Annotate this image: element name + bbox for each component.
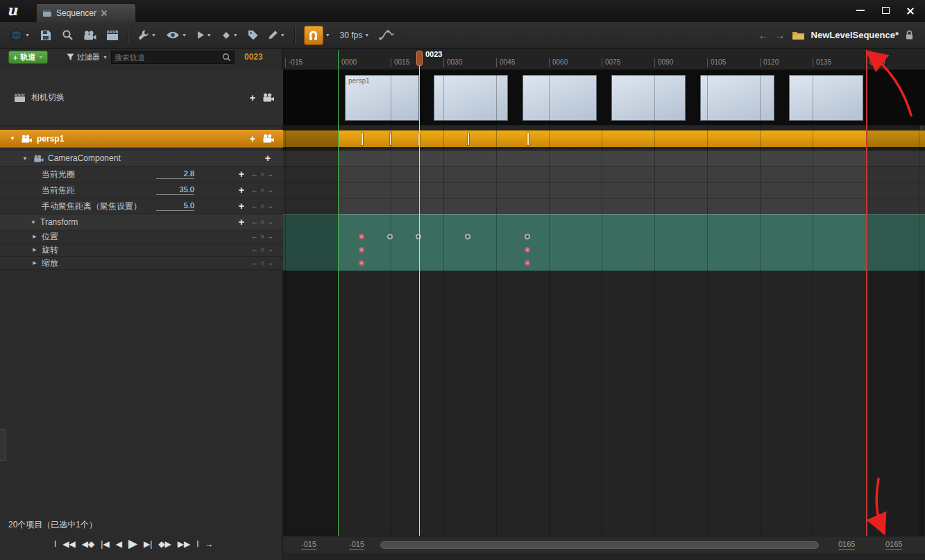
- add-key-circle-icon[interactable]: ○: [261, 260, 264, 266]
- camera-cut-thumbnail[interactable]: [611, 75, 686, 121]
- add-track-button[interactable]: + 轨道 ▼: [8, 51, 48, 64]
- timeline-body[interactable]: persp1: [283, 70, 925, 536]
- allow-edits-button[interactable]: ▼: [264, 25, 289, 46]
- transport-button[interactable]: ◀◆: [82, 539, 94, 549]
- track-row-scale[interactable]: ▶ 缩放 ← ○ →: [0, 257, 283, 270]
- keyframe-dot[interactable]: [525, 260, 530, 266]
- auto-key-button[interactable]: [244, 25, 262, 46]
- playback-options-button[interactable]: ▼: [192, 25, 216, 46]
- next-key-icon[interactable]: →: [267, 187, 273, 194]
- history-back-button[interactable]: ←: [758, 29, 769, 41]
- prev-key-icon[interactable]: ←: [252, 233, 258, 240]
- prev-key-icon[interactable]: ←: [252, 246, 258, 253]
- track-row-rotation[interactable]: ▶ 旋转 ← ○ →: [0, 244, 283, 257]
- transport-button[interactable]: →: [205, 539, 214, 549]
- prev-key-icon[interactable]: ←: [252, 171, 258, 178]
- camera-cut-thumbnail[interactable]: [523, 75, 597, 121]
- playhead-line[interactable]: [419, 54, 420, 536]
- add-section-icon[interactable]: +: [250, 93, 255, 103]
- next-key-icon[interactable]: →: [267, 203, 273, 210]
- add-key-circle-icon[interactable]: ○: [261, 219, 264, 226]
- snap-button[interactable]: ▼: [300, 25, 334, 46]
- next-key-icon[interactable]: →: [267, 171, 273, 178]
- save-button[interactable]: [35, 25, 56, 46]
- next-key-icon[interactable]: →: [267, 233, 273, 240]
- next-key-icon[interactable]: →: [267, 260, 273, 266]
- add-key-circle-icon[interactable]: ○: [261, 171, 264, 178]
- create-camera-button[interactable]: [79, 25, 101, 46]
- section-key-tick[interactable]: [468, 133, 469, 145]
- keyframe-dot[interactable]: [359, 260, 364, 266]
- filter-button[interactable]: 过滤器 ▼: [64, 51, 110, 64]
- property-value[interactable]: 5.0: [156, 201, 194, 211]
- prev-key-icon[interactable]: ←: [252, 187, 258, 194]
- track-row-transform[interactable]: ▼ Transform + ← ○ →: [0, 214, 283, 230]
- keyframe-dot[interactable]: [359, 234, 364, 239]
- search-tracks-input[interactable]: [114, 53, 222, 62]
- collapsed-panel-tab[interactable]: [0, 429, 6, 461]
- prev-key-icon[interactable]: ←: [252, 219, 258, 226]
- expander-icon[interactable]: ▼: [8, 135, 17, 142]
- transport-button[interactable]: ◀◀: [62, 539, 75, 549]
- track-row-camera-cuts[interactable]: 相机切换 +: [0, 70, 283, 126]
- section-key-tick[interactable]: [527, 133, 529, 145]
- lock-icon[interactable]: [905, 30, 914, 40]
- transport-button[interactable]: I: [196, 539, 198, 549]
- timeline-ruler[interactable]: 0023 -0150000001500300045006000750090010…: [283, 49, 925, 70]
- add-key-icon[interactable]: +: [239, 185, 244, 195]
- track-row-manual-focus-distance[interactable]: 手动聚焦距离（聚焦设置） 5.0 + ← ○ →: [0, 198, 283, 214]
- view-range-end[interactable]: 0165: [838, 540, 855, 550]
- camera-cut-thumbnail[interactable]: [700, 75, 774, 121]
- property-value[interactable]: 35.0: [156, 185, 194, 195]
- history-forward-button[interactable]: →: [775, 29, 786, 41]
- curve-editor-button[interactable]: [375, 25, 399, 46]
- add-track-icon[interactable]: +: [265, 153, 271, 163]
- transport-button[interactable]: ▶▶: [178, 539, 190, 549]
- tab-close-icon[interactable]: [101, 10, 108, 17]
- playhead-marker[interactable]: [416, 51, 423, 66]
- add-key-icon[interactable]: +: [239, 201, 244, 211]
- keyframe-dot[interactable]: [387, 234, 393, 239]
- expander-icon[interactable]: ▼: [29, 219, 37, 226]
- prev-key-icon[interactable]: ←: [252, 260, 258, 266]
- minimize-button[interactable]: [851, 4, 869, 17]
- track-row-camera-component[interactable]: ▼ CameraComponent +: [0, 151, 283, 167]
- track-row-location[interactable]: ▶ 位置 ← ○ →: [0, 230, 283, 244]
- maximize-button[interactable]: [876, 4, 894, 17]
- persp1-section-bar[interactable]: [283, 130, 925, 148]
- timeline-h-scrollbar[interactable]: [380, 541, 819, 549]
- keyframe-dot[interactable]: [416, 234, 421, 239]
- find-in-content-browser-button[interactable]: [58, 25, 78, 46]
- next-key-icon[interactable]: →: [267, 219, 273, 226]
- close-button[interactable]: [901, 4, 919, 17]
- track-row-persp1[interactable]: ▼ persp1 +: [0, 130, 283, 148]
- fps-dropdown[interactable]: 30 fps ▼: [336, 25, 374, 46]
- expander-icon[interactable]: ▶: [31, 234, 39, 239]
- camera-icon[interactable]: [262, 93, 275, 102]
- keyframe-dot[interactable]: [525, 247, 530, 253]
- expander-icon[interactable]: ▼: [21, 155, 29, 162]
- keyframe-dot[interactable]: [465, 234, 470, 239]
- tab-sequencer[interactable]: Sequencer: [36, 3, 136, 22]
- transport-button[interactable]: ▶|: [144, 539, 152, 549]
- camera-cut-thumbnail[interactable]: persp1: [345, 75, 419, 121]
- camera-cut-thumbnail[interactable]: [789, 75, 863, 121]
- search-icon[interactable]: [222, 53, 231, 62]
- section-key-tick[interactable]: [362, 133, 363, 145]
- camera-cuts-track[interactable]: persp1: [283, 70, 925, 126]
- add-section-icon[interactable]: +: [250, 134, 255, 144]
- add-key-circle-icon[interactable]: ○: [261, 187, 264, 194]
- working-range-end[interactable]: 0165: [885, 540, 902, 550]
- actions-button[interactable]: ▼: [133, 25, 160, 46]
- track-row-current-aperture[interactable]: 当前光圈 2.8 + ← ○ →: [0, 167, 283, 183]
- sequence-name-label[interactable]: NewLevelSequence*: [811, 30, 899, 40]
- current-time-display[interactable]: 0023: [244, 52, 263, 62]
- render-movie-button[interactable]: [102, 25, 123, 46]
- transport-button[interactable]: I: [54, 539, 56, 549]
- add-key-circle-icon[interactable]: ○: [261, 246, 264, 253]
- expander-icon[interactable]: ▶: [31, 260, 39, 266]
- track-row-current-focal-length[interactable]: 当前焦距 35.0 + ← ○ →: [0, 183, 283, 198]
- expander-icon[interactable]: ▶: [31, 247, 39, 253]
- add-key-icon[interactable]: +: [239, 169, 244, 179]
- transport-button[interactable]: ▶: [128, 536, 137, 551]
